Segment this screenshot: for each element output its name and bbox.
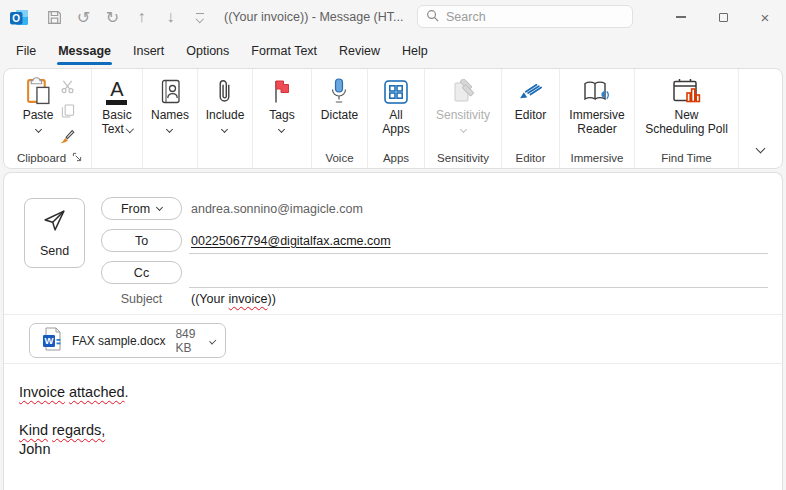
names-button[interactable]: Names: [151, 75, 189, 132]
group-include: Include: [198, 69, 253, 168]
undo-icon[interactable]: ↺: [69, 4, 98, 30]
to-address[interactable]: 00225067794@digitalfax.acme.com: [191, 229, 391, 252]
tab-options[interactable]: Options: [175, 34, 240, 68]
send-button[interactable]: Send: [24, 198, 85, 268]
divider: [4, 363, 782, 364]
window-controls: ×: [660, 0, 786, 34]
sensitivity-button[interactable]: Sensitivity: [436, 75, 490, 132]
scheduling-poll-icon: [671, 75, 701, 105]
from-address: andrea.sonnino@imagicle.com: [191, 197, 363, 220]
tab-insert[interactable]: Insert: [122, 34, 175, 68]
word-file-icon: W: [41, 326, 63, 356]
ribbon-tail: [739, 69, 782, 168]
svg-text:W: W: [45, 335, 54, 346]
group-editor: Editor Editor: [502, 69, 560, 168]
svg-text:O: O: [12, 13, 20, 24]
group-tags: Tags: [253, 69, 312, 168]
chevron-down-icon: [156, 204, 163, 211]
send-plane-icon: [41, 208, 68, 237]
paste-button[interactable]: Paste: [23, 75, 54, 145]
tab-help[interactable]: Help: [391, 34, 439, 68]
subject-field[interactable]: ((Yourinvoice)): [191, 289, 276, 309]
cut-icon[interactable]: [58, 77, 76, 95]
paperclip-icon: [215, 75, 234, 105]
include-button[interactable]: Include: [206, 75, 245, 132]
clipboard-dialog-launcher-icon[interactable]: [72, 152, 82, 164]
tab-review[interactable]: Review: [328, 34, 391, 68]
redo-icon[interactable]: ↻: [98, 4, 127, 30]
attachment-size: 849 KB: [175, 327, 198, 355]
sensitivity-icon: [450, 75, 476, 105]
body-line: Kindregards,: [19, 421, 762, 440]
move-up-icon[interactable]: ↑: [127, 4, 156, 30]
window-title: ((Your invoice)) - Message (HT...: [224, 10, 403, 24]
attachment-menu-icon[interactable]: [210, 337, 216, 343]
ribbon: Paste: [3, 68, 783, 169]
group-clipboard: Paste: [8, 69, 92, 168]
attachment-filename: FAX sample.docx: [72, 334, 165, 348]
new-scheduling-poll-button[interactable]: NewScheduling Poll: [645, 75, 728, 136]
editor-group-label: Editor: [515, 152, 545, 164]
body-line: John: [19, 440, 762, 459]
group-basic-text: O A BasicText: [92, 69, 143, 168]
cc-field[interactable]: [189, 261, 768, 288]
collapse-ribbon-icon[interactable]: [757, 138, 764, 156]
from-button[interactable]: From: [101, 197, 182, 220]
format-painter-icon[interactable]: [58, 127, 76, 145]
to-button[interactable]: To: [101, 229, 182, 252]
quick-access-toolbar: ↺ ↻ ↑ ↓: [40, 4, 214, 30]
find-time-group-label: Find Time: [661, 152, 712, 164]
immersive-reader-icon: [582, 75, 612, 105]
basic-text-icon: O A: [106, 75, 127, 105]
group-immersive: ImmersiveReader Immersive: [560, 69, 635, 168]
title-bar: O ↺ ↻ ↑ ↓ ((Your invoice)) - Message (HT…: [0, 0, 786, 34]
tab-message[interactable]: Message: [47, 34, 122, 68]
all-apps-button[interactable]: AllApps: [382, 75, 409, 136]
compose-pane: Send From To Cc andrea.sonnino@imagicle.…: [3, 172, 783, 490]
group-find-time: NewScheduling Poll Find Time: [635, 69, 739, 168]
paste-icon: [25, 75, 52, 105]
group-apps: AllApps Apps: [368, 69, 425, 168]
group-names: Names: [143, 69, 198, 168]
divider: [4, 314, 782, 315]
outlook-app-icon: O: [8, 6, 30, 28]
sensitivity-group-label: Sensitivity: [437, 152, 489, 164]
ribbon-tabs: File Message Insert Options Format Text …: [0, 34, 786, 68]
tab-format-text[interactable]: Format Text: [240, 34, 328, 68]
immersive-group-label: Immersive: [570, 152, 623, 164]
tab-file[interactable]: File: [5, 34, 47, 68]
apps-group-label: Apps: [383, 152, 409, 164]
minimize-button[interactable]: [660, 0, 702, 34]
maximize-button[interactable]: [702, 0, 744, 34]
message-body-editor[interactable]: Invoiceattached. Kindregards, John: [19, 383, 762, 490]
group-voice: Dictate Voice: [312, 69, 368, 168]
search-box[interactable]: [417, 5, 633, 28]
microphone-icon: [330, 75, 348, 105]
customize-toolbar-icon[interactable]: [185, 4, 214, 30]
editor-button[interactable]: Editor: [515, 75, 546, 123]
search-icon: [426, 8, 439, 26]
tags-button[interactable]: Tags: [269, 75, 294, 132]
apps-grid-icon: [383, 75, 409, 105]
dictate-button[interactable]: Dictate: [321, 75, 358, 123]
voice-group-label: Voice: [325, 152, 353, 164]
attachment-chip[interactable]: W FAX sample.docx 849 KB: [29, 323, 226, 358]
subject-label: Subject: [101, 289, 182, 309]
close-button[interactable]: ×: [744, 0, 786, 34]
copy-icon[interactable]: [58, 102, 76, 120]
body-line: Invoiceattached.: [19, 383, 762, 402]
basic-text-button[interactable]: O A BasicText: [102, 75, 133, 136]
cc-button[interactable]: Cc: [101, 261, 182, 284]
flag-icon: [271, 75, 293, 105]
clipboard-group-label: Clipboard: [17, 152, 82, 164]
group-sensitivity: Sensitivity Sensitivity: [425, 69, 502, 168]
immersive-reader-button[interactable]: ImmersiveReader: [569, 75, 624, 136]
search-input[interactable]: [446, 10, 606, 24]
save-icon[interactable]: [40, 4, 69, 30]
address-book-icon: [158, 75, 182, 105]
move-down-icon[interactable]: ↓: [156, 4, 185, 30]
editor-pencil-icon: [516, 75, 544, 105]
